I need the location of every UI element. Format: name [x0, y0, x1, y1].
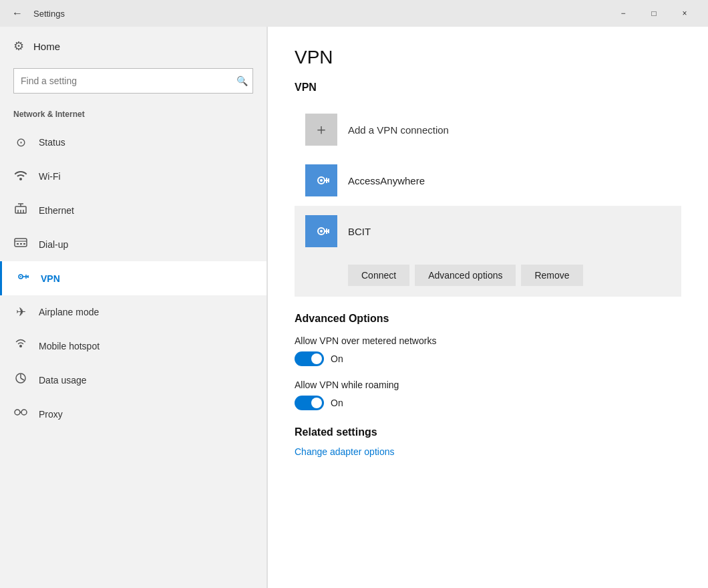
related-settings-title: Related settings — [295, 426, 681, 438]
sidebar-item-wifi[interactable]: Wi-Fi — [0, 159, 267, 193]
toggle-roaming-state: On — [331, 398, 343, 408]
toggle-metered-row: Allow VPN over metered networks On — [295, 335, 681, 366]
svg-point-18 — [15, 410, 20, 415]
sidebar-label-ethernet: Ethernet — [39, 205, 74, 216]
sidebar-label-hotspot: Mobile hotspot — [39, 341, 100, 351]
remove-button[interactable]: Remove — [521, 265, 582, 286]
toggle-metered-state: On — [331, 353, 343, 364]
vpn-section-title: VPN — [295, 82, 681, 94]
sidebar-item-proxy[interactable]: Proxy — [0, 397, 267, 431]
page-title: VPN — [295, 47, 681, 68]
ethernet-icon — [13, 202, 28, 218]
sidebar-section-title: Network & Internet — [0, 104, 267, 126]
sidebar-label-dialup: Dial-up — [39, 239, 68, 250]
sidebar: ⚙ Home 🔍 Network & Internet ⊙ Status — [0, 27, 267, 588]
window-title: Settings — [33, 9, 608, 19]
vpn-connection-icon-accessanywhere — [305, 164, 337, 196]
titlebar: ← Settings − □ × — [0, 0, 708, 27]
vpn-name-bcit: BCIT — [348, 226, 371, 237]
change-adapter-link[interactable]: Change adapter options — [295, 446, 681, 457]
home-icon: ⚙ — [13, 39, 24, 53]
close-button[interactable]: × — [669, 0, 700, 27]
sidebar-item-status[interactable]: ⊙ Status — [0, 126, 267, 159]
svg-point-16 — [19, 345, 22, 347]
svg-point-19 — [21, 410, 27, 415]
advanced-options-title: Advanced Options — [295, 313, 681, 325]
toggle-roaming-row: Allow VPN while roaming On — [295, 380, 681, 410]
search-input[interactable] — [13, 68, 253, 94]
sidebar-item-hotspot[interactable]: Mobile hotspot — [0, 329, 267, 363]
advanced-options-button[interactable]: Advanced options — [415, 265, 516, 286]
vpn-actions: Connect Advanced options Remove — [295, 257, 681, 297]
sidebar-label-datausage: Data usage — [39, 375, 87, 386]
sidebar-label-proxy: Proxy — [39, 409, 63, 420]
sidebar-item-airplane[interactable]: ✈ Airplane mode — [0, 295, 267, 329]
advanced-options-section: Advanced Options Allow VPN over metered … — [295, 313, 681, 410]
back-button[interactable]: ← — [8, 4, 27, 23]
airplane-icon: ✈ — [13, 305, 28, 319]
sidebar-label-wifi: Wi-Fi — [39, 171, 61, 182]
toggle-roaming[interactable] — [295, 396, 324, 410]
related-settings-section: Related settings Change adapter options — [295, 426, 681, 457]
toggle-metered-label: Allow VPN over metered networks — [295, 335, 681, 346]
svg-point-27 — [320, 230, 323, 233]
app-body: ⚙ Home 🔍 Network & Internet ⊙ Status — [0, 27, 708, 588]
connect-button[interactable]: Connect — [348, 265, 409, 286]
vpn-name-accessanywhere: AccessAnywhere — [348, 175, 425, 186]
sidebar-label-vpn: VPN — [41, 273, 60, 284]
vpn-connection-accessanywhere[interactable]: AccessAnywhere — [295, 155, 681, 206]
toggle-metered-container: On — [295, 351, 681, 366]
vpn-nav-icon — [15, 271, 30, 286]
home-label: Home — [33, 41, 60, 52]
search-wrapper: 🔍 — [13, 68, 253, 94]
search-container: 🔍 — [13, 68, 253, 94]
sidebar-label-airplane: Airplane mode — [39, 307, 99, 317]
svg-point-22 — [320, 179, 323, 182]
vpn-connection-bcit[interactable]: BCIT — [295, 206, 681, 257]
proxy-icon — [13, 406, 28, 422]
toggle-roaming-container: On — [295, 396, 681, 410]
sidebar-item-datausage[interactable]: Data usage — [0, 363, 267, 397]
svg-rect-8 — [17, 243, 19, 245]
minimize-button[interactable]: − — [608, 0, 639, 27]
add-vpn-button[interactable]: ＋ Add a VPN connection — [295, 104, 681, 155]
status-icon: ⊙ — [13, 135, 28, 150]
sidebar-item-vpn[interactable]: VPN — [0, 261, 267, 295]
add-vpn-label: Add a VPN connection — [348, 124, 449, 136]
sidebar-item-dialup[interactable]: Dial-up — [0, 227, 267, 261]
toggle-roaming-label: Allow VPN while roaming — [295, 380, 681, 390]
toggle-metered[interactable] — [295, 351, 324, 366]
sidebar-item-ethernet[interactable]: Ethernet — [0, 193, 267, 227]
vpn-connection-bcit-container: BCIT Connect Advanced options Remove — [295, 206, 681, 297]
sidebar-item-home[interactable]: ⚙ Home — [0, 27, 267, 65]
add-icon: ＋ — [305, 114, 337, 146]
svg-rect-9 — [20, 243, 22, 245]
dialup-icon — [13, 237, 28, 252]
wifi-icon — [13, 168, 28, 184]
vpn-connection-icon-bcit — [305, 215, 337, 247]
svg-rect-6 — [15, 239, 27, 247]
window-controls: − □ × — [608, 0, 700, 27]
svg-point-12 — [20, 276, 21, 277]
main-panel: VPN VPN ＋ Add a VPN connection AccessAny… — [268, 27, 708, 588]
hotspot-icon — [13, 338, 28, 353]
maximize-button[interactable]: □ — [639, 0, 669, 27]
datausage-icon — [13, 372, 28, 388]
svg-rect-10 — [23, 243, 25, 245]
sidebar-label-status: Status — [39, 137, 65, 148]
